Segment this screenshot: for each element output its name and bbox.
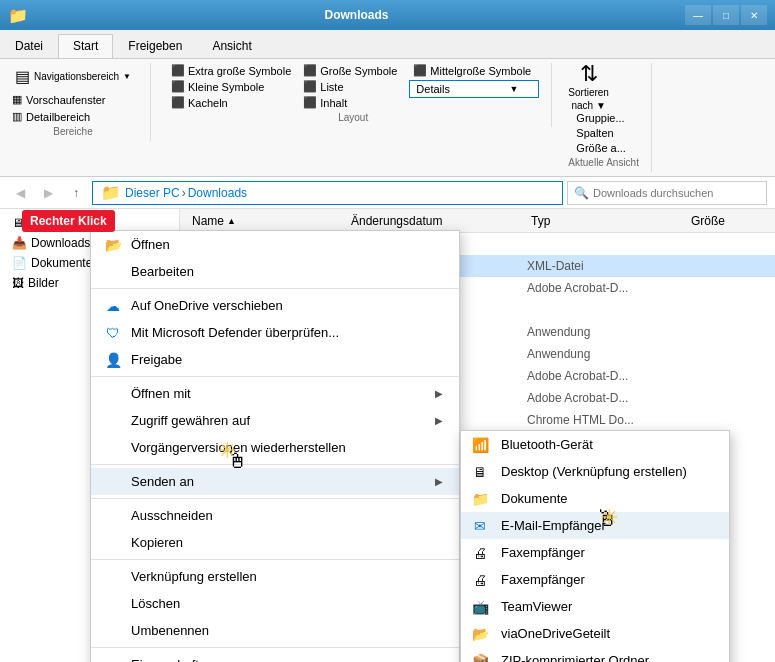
spalten-btn[interactable]: Spalten	[572, 126, 639, 140]
ctx-sendento-label: Senden an	[131, 474, 194, 489]
sub-desktop[interactable]: 🖥 Desktop (Verknüpfung erstellen)	[461, 458, 729, 485]
tab-freigeben[interactable]: Freigeben	[113, 34, 197, 58]
kleine-symbole-btn[interactable]: ⬛ Kleine Symbole	[167, 79, 295, 94]
title-bar-icons: 📁	[8, 6, 28, 25]
up-button[interactable]: ↑	[64, 181, 88, 205]
ctx-bearbeiten-label: Bearbeiten	[131, 264, 194, 279]
layout-icon2: ⬛	[171, 80, 185, 93]
ctx-loeschen-label: Löschen	[131, 596, 180, 611]
vorschaufenster-button[interactable]: ▦ Vorschaufenster	[8, 92, 138, 107]
ctx-bearbeiten[interactable]: Bearbeiten	[91, 258, 459, 285]
sort-items: ⇅ Sortieren nach ▼	[568, 63, 639, 111]
col-type-header[interactable]: Typ	[527, 214, 687, 228]
detail-label: Detailbereich	[26, 111, 90, 123]
ctx-eigenschaften[interactable]: Eigenschaften	[91, 651, 459, 662]
extra-grosse-btn[interactable]: ⬛ Extra große Symbole	[167, 63, 295, 78]
layout-icon3: ⬛	[171, 96, 185, 109]
path-sep1: ›	[182, 186, 186, 200]
sub-tv-label: TeamViewer	[501, 599, 572, 614]
ctx-vorgaenger[interactable]: Vorgängerversionen wiederherstellen	[91, 434, 459, 461]
rechnung-type: Adobe Acrobat-D...	[527, 281, 687, 295]
minimize-button[interactable]: —	[685, 5, 711, 25]
ctx-oeffnen[interactable]: 📂 Öffnen	[91, 231, 459, 258]
ctx-onedrive[interactable]: ☁ Auf OneDrive verschieben	[91, 292, 459, 319]
ctx-sep1	[91, 288, 459, 289]
ctx-sep3	[91, 464, 459, 465]
nav-arrow: ▼	[123, 72, 131, 81]
back-button[interactable]: ◀	[8, 181, 32, 205]
sort-label1: Sortieren	[568, 87, 609, 98]
search-box[interactable]: 🔍	[567, 181, 767, 205]
sub-od-icon: 📂	[469, 623, 491, 645]
bereiche-items: ▤ Navigationsbereich ▼ ▦ Vorschaufenster…	[8, 63, 138, 124]
sub-onedrive[interactable]: 📂 viaOneDriveGeteilt	[461, 620, 729, 647]
ctx-kopieren[interactable]: Kopieren	[91, 529, 459, 556]
grosse-symbole-btn[interactable]: ⬛ Große Symbole	[299, 63, 401, 78]
col-size-header[interactable]: Größe	[687, 214, 767, 228]
sub-fax2-label: Faxempfänger	[501, 572, 585, 587]
sub-bluetooth[interactable]: 📶 Bluetooth-Gerät	[461, 431, 729, 458]
sub-zip[interactable]: 📦 ZIP-komprimierter Ordner	[461, 647, 729, 662]
ctx-oeffnenmit[interactable]: Öffnen mit ▶	[91, 380, 459, 407]
address-path[interactable]: 📁 Dieser PC › Downloads	[92, 181, 563, 205]
tab-start[interactable]: Start	[58, 34, 113, 58]
ctx-oeffnen-label: Öffnen	[131, 237, 170, 252]
vorschau-icon: ▦	[12, 93, 22, 106]
ctx-loeschen[interactable]: Löschen	[91, 590, 459, 617]
ctx-onedrive-icon: ☁	[103, 296, 123, 316]
ctx-oeffnen-icon: 📂	[103, 235, 123, 255]
path-dieser-pc[interactable]: Dieser PC	[125, 186, 180, 200]
sub-email[interactable]: ✉ E-Mail-Empfänger	[461, 512, 729, 539]
ribbon-group-bereiche: ▤ Navigationsbereich ▼ ▦ Vorschaufenster…	[8, 63, 151, 141]
sort-btn[interactable]: ⇅ Sortieren nach ▼	[568, 63, 609, 111]
sub-fax1[interactable]: 🖨 Faxempfänger	[461, 539, 729, 566]
w1-type: Anwendung	[527, 325, 687, 339]
tab-datei[interactable]: Datei	[0, 34, 58, 58]
col-name-header[interactable]: Name ▲	[188, 214, 347, 228]
ribbon-group-sort: ⇅ Sortieren nach ▼ Gruppie... Spalten Gr…	[568, 63, 652, 172]
xrechnung-type: XML-Datei	[527, 259, 687, 273]
w4-type: Adobe Acrobat-D...	[527, 391, 687, 405]
ribbon-content: ▤ Navigationsbereich ▼ ▦ Vorschaufenster…	[0, 59, 775, 176]
detailbereich-button[interactable]: ▥ Detailbereich	[8, 109, 138, 124]
kacheln-btn[interactable]: ⬛ Kacheln	[167, 95, 295, 110]
liste-btn[interactable]: ⬛ Liste	[299, 79, 401, 94]
sub-teamviewer[interactable]: 📺 TeamViewer	[461, 593, 729, 620]
close-button[interactable]: ✕	[741, 5, 767, 25]
tab-ansicht[interactable]: Ansicht	[197, 34, 266, 58]
navigationsbereich-button[interactable]: ▤ Navigationsbereich ▼	[8, 63, 138, 90]
sub-dokumente[interactable]: 📁 Dokumente	[461, 485, 729, 512]
ctx-freigabe-label: Freigabe	[131, 352, 182, 367]
ctx-freigabe[interactable]: 👤 Freigabe	[91, 346, 459, 373]
sub-zip-icon: 📦	[469, 650, 491, 663]
groesse-btn[interactable]: Größe a...	[572, 141, 639, 155]
details-select[interactable]: Details ▼	[409, 80, 539, 98]
ctx-defender[interactable]: 🛡 Mit Microsoft Defender überprüfen...	[91, 319, 459, 346]
ctx-freigabe-icon: 👤	[103, 350, 123, 370]
details-arrow: ▼	[509, 84, 518, 94]
ctx-sep5	[91, 559, 459, 560]
ctx-verknuepfung[interactable]: Verknüpfung erstellen	[91, 563, 459, 590]
layout-list: ⬛ Extra große Symbole ⬛ Kleine Symbole ⬛…	[167, 63, 295, 110]
layout-icon1: ⬛	[171, 64, 185, 77]
col-date-header[interactable]: Änderungsdatum	[347, 214, 527, 228]
ctx-sendento[interactable]: Senden an ▶	[91, 468, 459, 495]
maximize-button[interactable]: □	[713, 5, 739, 25]
sub-fax1-icon: 🖨	[469, 542, 491, 564]
path-downloads[interactable]: Downloads	[188, 186, 247, 200]
ctx-zugriff[interactable]: Zugriff gewähren auf ▶	[91, 407, 459, 434]
ctx-umbenennen[interactable]: Umbenennen	[91, 617, 459, 644]
gruppie-btn[interactable]: Gruppie...	[572, 111, 639, 125]
ctx-ausschneiden[interactable]: Ausschneiden	[91, 502, 459, 529]
sub-zip-label: ZIP-komprimierter Ordner	[501, 653, 649, 662]
ctx-sep2	[91, 376, 459, 377]
forward-button[interactable]: ▶	[36, 181, 60, 205]
bereiche-label: Bereiche	[8, 124, 138, 137]
layout-icon7: ⬛	[413, 64, 427, 77]
search-input[interactable]	[593, 187, 760, 199]
mittelgrosse-btn[interactable]: ⬛ Mittelgroße Symbole	[409, 63, 539, 78]
sub-fax2[interactable]: 🖨 Faxempfänger	[461, 566, 729, 593]
sort-icon: ⇅	[580, 63, 598, 85]
inhalt-btn[interactable]: ⬛ Inhalt	[299, 95, 401, 110]
sub-fax2-icon: 🖨	[469, 569, 491, 591]
